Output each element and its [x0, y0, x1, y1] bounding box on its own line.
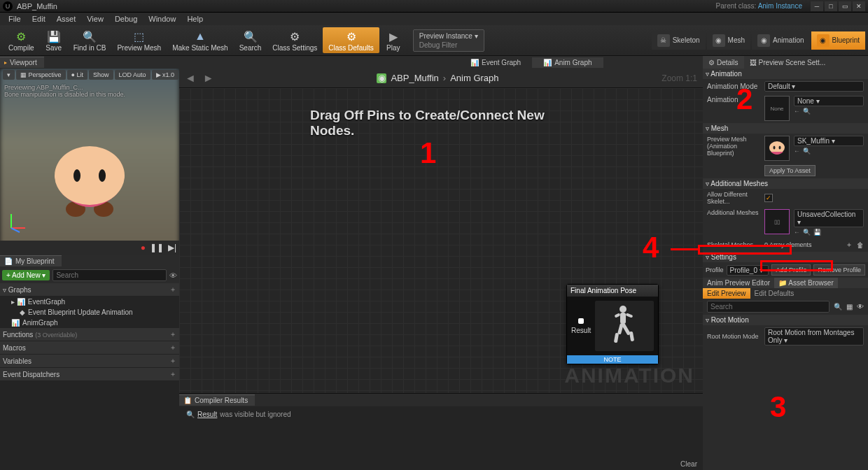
asset-browser-tab[interactable]: 📁 Asset Browser	[774, 278, 838, 288]
additional-mesh-thumbnail[interactable]: ▯▯	[764, 209, 790, 234]
graph-breadcrumb[interactable]: ◉ ABP_Muffin › Anim Graph	[221, 73, 655, 83]
tree-anim-graph[interactable]: 📊 AnimGraph	[0, 318, 179, 328]
mybp-view-options-icon[interactable]: 👁	[169, 271, 177, 280]
viewport-speed-button[interactable]: ▶ x1.0	[152, 70, 179, 80]
edit-preview-button[interactable]: Edit Preview	[703, 288, 750, 299]
compile-button[interactable]: ⚙Compile	[3, 27, 40, 53]
find-in-cb-button[interactable]: 🔍Find in CB	[68, 27, 112, 53]
viewport-panel[interactable]: ▾ ▦ Perspective ● Lit Show LOD Auto ▶ x1…	[0, 69, 179, 255]
menu-help[interactable]: Help	[183, 13, 207, 24]
remove-profile-button[interactable]: Remove Profile	[813, 264, 865, 276]
menu-window[interactable]: Window	[144, 13, 180, 24]
window-minimize-icon[interactable]: ─	[811, 1, 823, 11]
mesh-thumbnail[interactable]	[764, 136, 790, 161]
asset-find-icon[interactable]: 🔍	[803, 108, 811, 115]
class-defaults-button[interactable]: ⚙Class Defaults	[323, 27, 379, 53]
result-pin[interactable]	[578, 318, 584, 324]
viewport-perspective-button[interactable]: ▦ Perspective	[16, 70, 66, 80]
add-macro-icon[interactable]: ＋	[169, 343, 176, 352]
mode-blueprint[interactable]: ◉Blueprint	[811, 31, 865, 50]
anim-preview-editor-tab[interactable]: Anim Preview Editor	[703, 278, 774, 288]
additional-mesh-dropdown[interactable]: UnsavedCollection ▾	[794, 209, 864, 227]
preview-mesh-button[interactable]: ⬚Preview Mesh	[111, 27, 167, 53]
mode-skeleton[interactable]: ☠Skeleton	[652, 31, 706, 50]
preview-scene-tab[interactable]: 🖼 Preview Scene Sett...	[744, 56, 832, 69]
menu-debug[interactable]: Debug	[111, 13, 141, 24]
pause-button[interactable]: ❚❚	[150, 243, 164, 252]
graph-forward-button[interactable]: ►	[203, 72, 214, 85]
final-animation-pose-node[interactable]: Final Animation Pose Result	[566, 284, 659, 364]
viewport-lod-button[interactable]: LOD Auto	[115, 70, 150, 80]
mybp-search-input[interactable]	[52, 269, 167, 281]
save-button[interactable]: 💾Save	[40, 27, 68, 53]
add-skeletal-mesh-icon[interactable]: ＋	[846, 240, 853, 250]
my-blueprint-tab[interactable]: 📄 My Blueprint	[0, 255, 62, 266]
graph-back-button[interactable]: ◄	[185, 72, 196, 85]
viewport-show-button[interactable]: Show	[89, 70, 113, 80]
animation-asset-dropdown[interactable]: None ▾	[794, 96, 864, 106]
section-graphs[interactable]: ▿ Graphs＋	[0, 283, 179, 297]
menu-file[interactable]: File	[4, 13, 25, 24]
mesh-asset-dropdown[interactable]: SK_Muffin ▾	[794, 136, 864, 146]
asset-back-icon[interactable]: ←	[794, 108, 800, 115]
compiler-results-tab[interactable]: 📋 Compiler Results	[179, 394, 255, 406]
section-mesh[interactable]: ▿ Mesh	[703, 123, 868, 134]
class-settings-button[interactable]: ⚙Class Settings	[267, 27, 323, 53]
play-button[interactable]: ▶Play	[379, 27, 407, 53]
add-graph-icon[interactable]: ＋	[169, 285, 176, 294]
edit-defaults-button[interactable]: Edit Defaults	[750, 288, 799, 299]
section-additional-meshes[interactable]: ▿ Additional Meshes	[703, 178, 868, 189]
add-function-icon[interactable]: ＋	[169, 329, 176, 339]
details-search-input[interactable]	[707, 301, 830, 313]
details-search-icon[interactable]: 🔍	[834, 303, 842, 311]
compiler-message-row[interactable]: 🔍 Result was visible but ignored	[186, 411, 696, 418]
mode-mesh[interactable]: ◉Mesh	[707, 31, 750, 50]
mesh-back-icon[interactable]: ←	[794, 148, 800, 155]
window-maximize-icon[interactable]: ▭	[839, 1, 851, 11]
section-variables[interactable]: Variables＋	[0, 355, 179, 368]
section-settings[interactable]: ▿ Settings	[703, 252, 868, 262]
section-functions[interactable]: Functions (3 Overridable)＋	[0, 328, 179, 341]
tree-event-graph[interactable]: ▸ 📊 EventGraph	[0, 297, 179, 307]
clear-skeletal-mesh-icon[interactable]: 🗑	[857, 241, 864, 249]
apply-to-asset-button[interactable]: Apply To Asset	[764, 165, 816, 176]
menu-asset[interactable]: Asset	[52, 13, 80, 24]
mode-animation[interactable]: ◉Animation	[752, 31, 809, 50]
compiler-clear-button[interactable]: Clear	[179, 458, 703, 470]
viewport-options-button[interactable]: ▾	[3, 70, 15, 80]
make-static-mesh-button[interactable]: ▲Make Static Mesh	[167, 27, 233, 53]
details-grid-icon[interactable]: ▦	[846, 303, 853, 311]
menu-edit[interactable]: Edit	[28, 13, 50, 24]
tab-anim-graph[interactable]: 📊 Anim Graph	[532, 57, 603, 68]
section-macros[interactable]: Macros＋	[0, 341, 179, 355]
allow-diff-skel-checkbox[interactable]: ✓	[764, 194, 773, 202]
tab-event-graph[interactable]: 📊 Event Graph	[459, 57, 532, 68]
graph-canvas[interactable]: Drag Off Pins to Create/Connect New Node…	[179, 88, 703, 393]
mesh-find-icon[interactable]: 🔍	[803, 148, 811, 155]
details-eye-icon[interactable]: 👁	[857, 303, 864, 311]
parent-class-link[interactable]: Anim Instance	[758, 2, 802, 10]
root-motion-mode-dropdown[interactable]: Root Motion from Montages Only ▾	[764, 327, 864, 346]
window-close-icon[interactable]: ✕	[853, 1, 865, 11]
addmesh-find-icon[interactable]: 🔍	[803, 229, 811, 236]
profile-dropdown[interactable]: Profile_0 ▾	[727, 265, 769, 276]
add-profile-button[interactable]: Add Profile	[771, 264, 811, 276]
anim-mode-dropdown[interactable]: Default ▾	[764, 81, 864, 92]
add-dispatcher-icon[interactable]: ＋	[169, 369, 176, 379]
details-tab[interactable]: ⚙ Details	[703, 56, 744, 69]
addmesh-back-icon[interactable]: ←	[794, 229, 800, 236]
viewport-lit-button[interactable]: ● Lit	[67, 70, 88, 80]
menu-view[interactable]: View	[83, 13, 108, 24]
section-dispatchers[interactable]: Event Dispatchers＋	[0, 368, 179, 381]
result-link[interactable]: Result	[197, 411, 217, 418]
tree-update-animation[interactable]: ◆ Event Blueprint Update Animation	[0, 307, 179, 318]
add-new-button[interactable]: + Add New ▾	[2, 270, 50, 280]
window-restore-icon[interactable]: □	[825, 1, 837, 11]
add-variable-icon[interactable]: ＋	[169, 356, 176, 366]
section-animation[interactable]: ▿ Animation	[703, 69, 868, 79]
addmesh-save-icon[interactable]: 💾	[813, 229, 821, 236]
record-button[interactable]: ●	[141, 243, 146, 252]
section-root-motion[interactable]: ▿ Root Motion	[703, 315, 868, 325]
step-button[interactable]: ▶|	[168, 243, 176, 252]
search-button[interactable]: 🔍Search	[234, 27, 267, 53]
